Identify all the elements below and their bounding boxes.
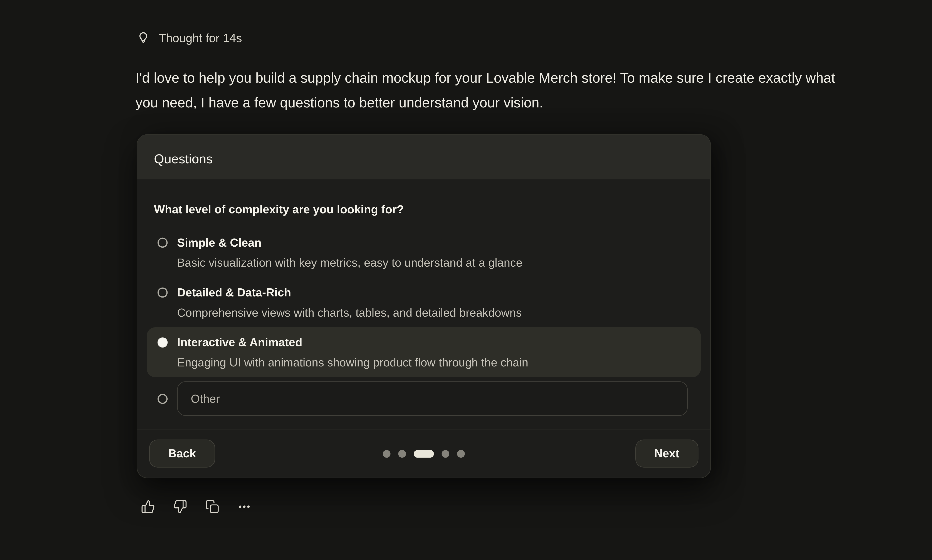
more-options-button[interactable] (237, 500, 251, 514)
message-actions-row (141, 500, 251, 514)
radio-unselected-icon[interactable] (157, 287, 168, 297)
option-label: Detailed & Data-Rich (177, 282, 522, 302)
questions-card-title: Questions (154, 151, 213, 166)
pagination-dot (457, 450, 465, 458)
option-label: Interactive & Animated (177, 332, 528, 352)
thumbs-up-icon (141, 500, 155, 514)
thumbs-down-icon (173, 500, 187, 514)
pagination-dot (442, 450, 450, 458)
option-description: Comprehensive views with charts, tables,… (177, 302, 522, 323)
radio-unselected-icon[interactable] (157, 394, 168, 404)
pagination-dot (398, 450, 406, 458)
pagination-dot (383, 450, 391, 458)
option-detailed-data-rich[interactable]: Detailed & Data-Rich Comprehensive views… (154, 277, 693, 327)
option-simple-clean[interactable]: Simple & Clean Basic visualization with … (154, 228, 693, 277)
options-list: Simple & Clean Basic visualization with … (154, 228, 693, 421)
thought-summary-label: Thought for 14s (159, 31, 242, 45)
copy-icon (205, 500, 219, 514)
questions-card-header: Questions (137, 135, 710, 179)
radio-selected-icon[interactable] (157, 337, 168, 347)
assistant-message-text: I'd love to help you build a supply chai… (136, 65, 840, 115)
option-interactive-animated[interactable]: Interactive & Animated Engaging UI with … (147, 327, 701, 377)
option-label: Simple & Clean (177, 232, 522, 252)
thought-summary-toggle[interactable]: Thought for 14s (136, 31, 242, 45)
questions-card: Questions What level of complexity are y… (137, 134, 711, 478)
lightbulb-icon (136, 31, 151, 45)
thumbs-up-button[interactable] (141, 500, 155, 514)
option-other[interactable] (154, 380, 693, 420)
chat-message-area: Thought for 14s I'd love to help you bui… (0, 0, 932, 560)
thumbs-down-button[interactable] (173, 500, 187, 514)
other-option-input[interactable] (177, 382, 688, 416)
questions-card-body: What level of complexity are you looking… (137, 179, 710, 429)
copy-button[interactable] (205, 500, 219, 514)
option-description: Basic visualization with key metrics, ea… (177, 252, 522, 273)
question-heading: What level of complexity are you looking… (154, 199, 693, 219)
questions-card-footer: Back Next (137, 429, 710, 478)
back-button[interactable]: Back (149, 440, 215, 467)
pagination-dot-active (414, 450, 434, 458)
option-description: Engaging UI with animations showing prod… (177, 352, 528, 372)
radio-unselected-icon[interactable] (157, 237, 168, 247)
ellipsis-icon (237, 500, 251, 514)
pagination-dots (383, 450, 465, 458)
next-button[interactable]: Next (635, 440, 698, 467)
